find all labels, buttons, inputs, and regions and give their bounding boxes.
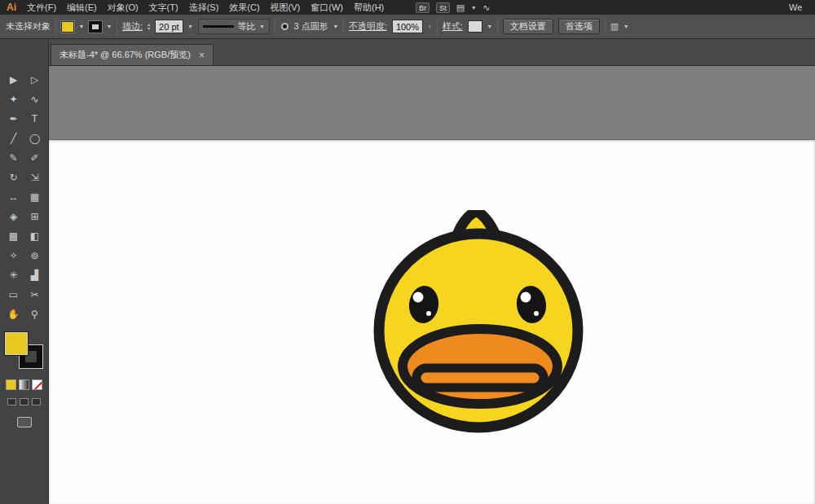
- stroke-color-dropdown-icon[interactable]: ▾: [107, 23, 112, 30]
- gradient-tool-icon: ◧: [30, 231, 39, 241]
- mesh-tool[interactable]: ▩: [3, 226, 24, 246]
- document-tab[interactable]: 未标题-4* @ 66.67% (RGB/预览) ×: [51, 44, 214, 65]
- opacity-panel-link[interactable]: 不透明度:: [349, 20, 387, 33]
- menu-help[interactable]: 帮助(H): [354, 2, 384, 14]
- eyedropper-tool[interactable]: ✧: [3, 246, 24, 265]
- fill-color-well[interactable]: [61, 21, 74, 33]
- column-graph-tool[interactable]: ▟: [24, 265, 46, 285]
- preferences-button[interactable]: 首选项: [558, 19, 600, 34]
- zoom-tool[interactable]: ⚲: [24, 305, 46, 324]
- color-button[interactable]: [6, 379, 16, 390]
- rotate-tool[interactable]: ↻: [3, 168, 24, 187]
- control-bar: 未选择对象 ▾ ▾ 描边: ▴ ▾ 20 pt ▾ 等比 ▾ 3 点圆形 ▾ 不…: [0, 15, 815, 39]
- duck-eye-right-highlight-small: [534, 311, 539, 316]
- fill-swatch[interactable]: [5, 332, 28, 355]
- shape-builder-tool[interactable]: ◈: [3, 207, 24, 226]
- draw-normal-button[interactable]: [7, 398, 16, 405]
- brush-definition-label[interactable]: 3 点圆形: [294, 20, 328, 33]
- cs-live-icon[interactable]: ∿: [482, 2, 490, 13]
- type-tool[interactable]: T: [24, 109, 46, 129]
- width-tool[interactable]: ↔: [3, 187, 24, 207]
- screen-mode-button[interactable]: [17, 417, 32, 427]
- symbol-sprayer-tool[interactable]: ✳: [3, 265, 24, 285]
- magic-wand-tool[interactable]: ✦: [3, 90, 24, 109]
- menubar-right-group: Br St ▤ ▾ ∿: [416, 2, 490, 13]
- bridge-button[interactable]: Br: [416, 2, 430, 13]
- brush-preview-icon: [283, 24, 287, 28]
- duck-eye-right-highlight: [521, 292, 531, 303]
- menu-effect[interactable]: 效果(C): [229, 2, 259, 14]
- zoom-tool-icon: ⚲: [31, 309, 38, 319]
- line-segment-tool-icon: ╱: [11, 134, 16, 143]
- scale-tool[interactable]: ⇲: [24, 168, 46, 187]
- canvas-area[interactable]: [49, 66, 815, 504]
- separator: [55, 18, 56, 36]
- duck-mouth-line[interactable]: [416, 368, 544, 388]
- stroke-weight-stepper[interactable]: ▴ ▾: [148, 23, 150, 31]
- style-dropdown-icon[interactable]: ▾: [487, 23, 492, 30]
- arrange-documents-icon[interactable]: ▥: [610, 21, 619, 32]
- brush-dropdown-icon[interactable]: ▾: [333, 23, 338, 30]
- stroke-color-well[interactable]: [89, 21, 102, 33]
- profile-dropdown-icon[interactable]: ▾: [260, 23, 265, 30]
- ellipse-tool-icon: ◯: [29, 134, 40, 143]
- menu-window[interactable]: 窗口(W): [311, 2, 343, 14]
- width-tool-icon: ↔: [9, 192, 19, 202]
- column-graph-tool-icon: ▟: [31, 270, 38, 280]
- free-transform-tool[interactable]: ▦: [24, 187, 46, 207]
- paintbrush-tool[interactable]: ✎: [3, 148, 24, 168]
- lasso-tool[interactable]: ∿: [24, 90, 46, 109]
- canvas-artwork-duck[interactable]: [371, 210, 591, 440]
- eyedropper-tool-icon: ✧: [9, 251, 17, 261]
- symbol-sprayer-tool-icon: ✳: [9, 270, 17, 280]
- document-setup-button[interactable]: 文档设置: [503, 19, 553, 34]
- perspective-grid-tool-icon: ⊞: [30, 212, 38, 221]
- opacity-field[interactable]: 100%: [392, 20, 423, 33]
- arrange-documents-dropdown-icon[interactable]: ▾: [623, 23, 628, 30]
- stroke-weight-field[interactable]: 20 pt: [155, 20, 183, 33]
- free-transform-tool-icon: ▦: [30, 192, 39, 202]
- menu-edit[interactable]: 编辑(E): [67, 2, 97, 14]
- menu-file[interactable]: 文件(F): [27, 2, 56, 14]
- selection-tool[interactable]: ▶: [3, 70, 24, 90]
- style-well[interactable]: [468, 20, 482, 33]
- gradient-tool[interactable]: ◧: [24, 226, 46, 246]
- scale-tool-icon: ⇲: [30, 173, 38, 182]
- slice-tool[interactable]: ✂: [24, 285, 46, 305]
- artboard-tool[interactable]: ▭: [3, 285, 24, 305]
- type-tool-icon: T: [32, 114, 37, 124]
- fill-color-dropdown-icon[interactable]: ▾: [79, 23, 84, 30]
- menu-view[interactable]: 视图(V): [271, 2, 301, 14]
- workspace-name-clipped[interactable]: We: [789, 2, 808, 12]
- pencil-tool[interactable]: ✐: [24, 148, 46, 168]
- draw-behind-button[interactable]: [20, 398, 29, 405]
- direct-selection-tool[interactable]: ▷: [24, 70, 46, 90]
- tool-panel: ▶ ▷ ✦ ∿ ✒ T ╱ ◯ ✎ ✐ ↻ ⇲ ↔ ▦ ◈ ⊞ ▩ ◧ ✧ ⊚: [0, 39, 49, 504]
- perspective-grid-tool[interactable]: ⊞: [24, 207, 46, 226]
- hand-tool[interactable]: ✋: [3, 305, 24, 324]
- stroke-weight-dropdown-icon[interactable]: ▾: [188, 23, 193, 30]
- shape-builder-tool-icon: ◈: [10, 212, 17, 221]
- stroke-panel-link[interactable]: 描边:: [122, 20, 143, 33]
- ellipse-tool[interactable]: ◯: [24, 129, 46, 148]
- style-panel-link[interactable]: 样式:: [443, 20, 463, 33]
- width-profile-dropdown[interactable]: 等比 ▾: [198, 19, 270, 34]
- workspace-dropdown-icon[interactable]: ▾: [471, 4, 476, 11]
- line-segment-tool[interactable]: ╱: [3, 129, 24, 148]
- blend-tool[interactable]: ⊚: [24, 246, 46, 265]
- opacity-flyout-icon[interactable]: ›: [428, 23, 432, 30]
- stepper-down-icon[interactable]: ▾: [148, 27, 150, 31]
- direct-selection-tool-icon: ▷: [31, 75, 38, 85]
- draw-inside-button[interactable]: [32, 398, 41, 405]
- drawing-modes-row: [0, 398, 48, 405]
- stock-button[interactable]: St: [436, 2, 450, 13]
- duck-eye-left-highlight-small: [426, 311, 431, 316]
- gradient-button[interactable]: [19, 379, 29, 390]
- none-button[interactable]: [32, 379, 42, 390]
- tab-close-icon[interactable]: ×: [199, 50, 205, 61]
- menu-select[interactable]: 选择(S): [189, 2, 219, 14]
- menu-type[interactable]: 文字(T): [149, 2, 178, 14]
- pen-tool[interactable]: ✒: [3, 109, 24, 129]
- menu-object[interactable]: 对象(O): [108, 2, 139, 14]
- workspace-switcher-icon[interactable]: ▤: [456, 2, 465, 13]
